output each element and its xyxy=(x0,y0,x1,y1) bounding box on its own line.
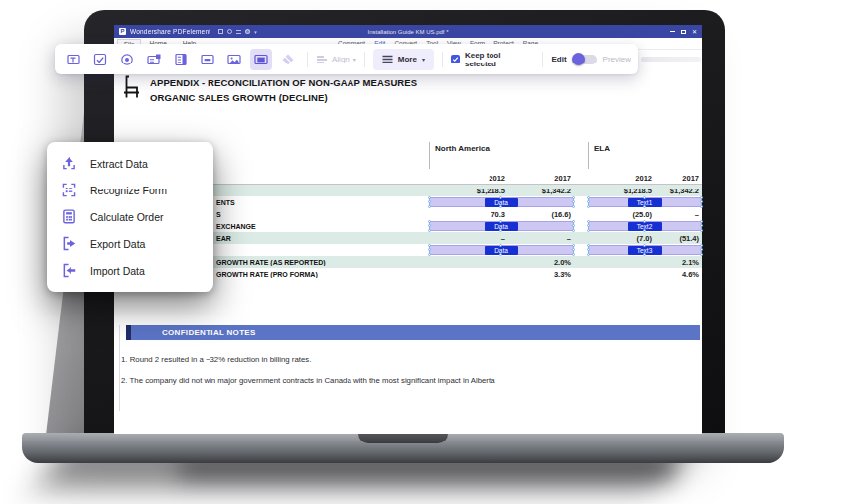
selection-handle[interactable] xyxy=(428,205,431,208)
menu-item-recognize-form[interactable]: Recognize Form xyxy=(47,177,213,203)
calculate-order-icon xyxy=(62,209,76,224)
laptop-mockup-page: P Wondershare PDFelement ▾ Installation … xyxy=(0,0,841,504)
selection-handle[interactable] xyxy=(499,196,502,199)
selection-handle[interactable] xyxy=(428,220,431,223)
open-icon[interactable] xyxy=(218,29,223,34)
selection-handle[interactable] xyxy=(428,244,431,247)
more-label: More xyxy=(398,55,417,63)
note-item: 2. The company did not win major governm… xyxy=(121,376,494,385)
selection-handle[interactable] xyxy=(643,244,646,247)
selection-handle[interactable] xyxy=(572,244,575,247)
selection-handle[interactable] xyxy=(700,220,703,223)
dropdown-icon[interactable]: ▾ xyxy=(254,29,257,35)
menu-item-calculate-order[interactable]: Calculate Order xyxy=(47,203,213,230)
align-label: Align xyxy=(332,55,350,63)
form-field[interactable]: Data xyxy=(429,197,574,207)
selection-handle[interactable] xyxy=(572,248,575,251)
checkbox-field-icon[interactable] xyxy=(89,49,111,70)
selection-handle[interactable] xyxy=(587,248,590,251)
radio-button-field-icon[interactable] xyxy=(116,49,138,70)
selection-handle[interactable] xyxy=(700,205,703,208)
selection-handle[interactable] xyxy=(499,220,502,223)
selection-handle[interactable] xyxy=(572,200,575,203)
selection-handle[interactable] xyxy=(587,244,590,247)
minimize-icon[interactable] xyxy=(670,31,675,32)
selection-handle[interactable] xyxy=(499,229,502,232)
window-controls: ✕ xyxy=(670,29,697,35)
selection-handle[interactable] xyxy=(587,205,590,208)
selection-handle[interactable] xyxy=(700,200,703,203)
selection-handle[interactable] xyxy=(643,196,646,199)
combobox-field-icon[interactable] xyxy=(143,49,165,70)
form-field[interactable]: Data xyxy=(429,221,574,231)
keep-tool-selected-group: Keep tool selected xyxy=(451,51,534,68)
selection-handle[interactable] xyxy=(700,253,703,256)
selection-handle[interactable] xyxy=(499,253,502,256)
selection-handle[interactable] xyxy=(428,229,431,232)
selection-handle[interactable] xyxy=(428,196,431,199)
quick-access-toolbar: ▾ xyxy=(218,29,257,35)
text-field-icon[interactable] xyxy=(63,49,84,70)
form-field[interactable]: Text2 xyxy=(588,221,702,231)
edit-preview-toggle[interactable] xyxy=(573,55,597,64)
print-icon[interactable] xyxy=(236,30,241,34)
selection-handle[interactable] xyxy=(700,244,703,247)
selection-handle[interactable] xyxy=(643,253,646,256)
selection-handle[interactable] xyxy=(643,205,646,208)
app-titlebar: P Wondershare PDFelement ▾ Installation … xyxy=(114,25,702,38)
app-title: Wondershare PDFelement xyxy=(130,28,210,35)
selection-handle[interactable] xyxy=(587,253,590,256)
eraser-icon[interactable] xyxy=(277,49,299,70)
image-field-icon[interactable] xyxy=(223,49,245,70)
menu-item-import-data[interactable]: Import Data xyxy=(47,257,213,284)
selection-handle[interactable] xyxy=(587,229,590,232)
selection-handle[interactable] xyxy=(428,253,431,256)
signature-field-icon[interactable] xyxy=(250,49,272,70)
selection-handle[interactable] xyxy=(572,205,575,208)
align-group[interactable]: Align ▾ xyxy=(316,54,356,65)
selection-handle[interactable] xyxy=(700,248,703,251)
selection-handle[interactable] xyxy=(587,220,590,223)
form-field[interactable]: Text1 xyxy=(588,197,702,207)
selection-handle[interactable] xyxy=(587,200,590,203)
maximize-icon[interactable] xyxy=(681,30,686,34)
form-field[interactable]: Text3 xyxy=(588,245,702,255)
selection-handle[interactable] xyxy=(643,220,646,223)
cell: 4.6% xyxy=(655,270,702,279)
more-button[interactable]: More ▾ xyxy=(373,49,434,70)
toggle-knob[interactable] xyxy=(572,53,585,65)
edit-preview-toggle-group: Edit Preview xyxy=(551,55,631,64)
selection-handle[interactable] xyxy=(499,205,502,208)
settings-icon[interactable] xyxy=(227,29,232,34)
share-icon[interactable] xyxy=(245,29,250,34)
cell: (51.4) xyxy=(655,234,702,243)
selection-handle[interactable] xyxy=(587,196,590,199)
selection-handle[interactable] xyxy=(700,224,703,227)
close-icon[interactable]: ✕ xyxy=(692,29,697,35)
menu-item-extract-data[interactable]: Extract Data xyxy=(47,150,213,177)
selection-handle[interactable] xyxy=(499,244,502,247)
listbox-field-icon[interactable] xyxy=(170,49,192,70)
cell: – xyxy=(508,234,574,243)
selection-handle[interactable] xyxy=(700,229,703,232)
selection-handle[interactable] xyxy=(700,196,703,199)
laptop-base-notch xyxy=(358,433,448,443)
selection-handle[interactable] xyxy=(572,229,575,232)
menu-item-export-data[interactable]: Export Data xyxy=(47,230,213,257)
chevron-down-icon: ▾ xyxy=(422,56,425,63)
year-header: 2017 xyxy=(508,174,574,183)
form-field[interactable]: Data xyxy=(429,245,574,255)
selection-handle[interactable] xyxy=(572,220,575,223)
selection-handle[interactable] xyxy=(572,253,575,256)
preview-label: Preview xyxy=(603,55,631,63)
import-data-icon xyxy=(62,263,76,278)
selection-handle[interactable] xyxy=(428,200,431,203)
selection-handle[interactable] xyxy=(428,224,431,227)
selection-handle[interactable] xyxy=(572,196,575,199)
selection-handle[interactable] xyxy=(587,224,590,227)
selection-handle[interactable] xyxy=(428,248,431,251)
selection-handle[interactable] xyxy=(572,224,575,227)
selection-handle[interactable] xyxy=(643,229,646,232)
keep-tool-checkbox[interactable] xyxy=(451,55,460,63)
button-field-icon[interactable] xyxy=(197,49,218,70)
